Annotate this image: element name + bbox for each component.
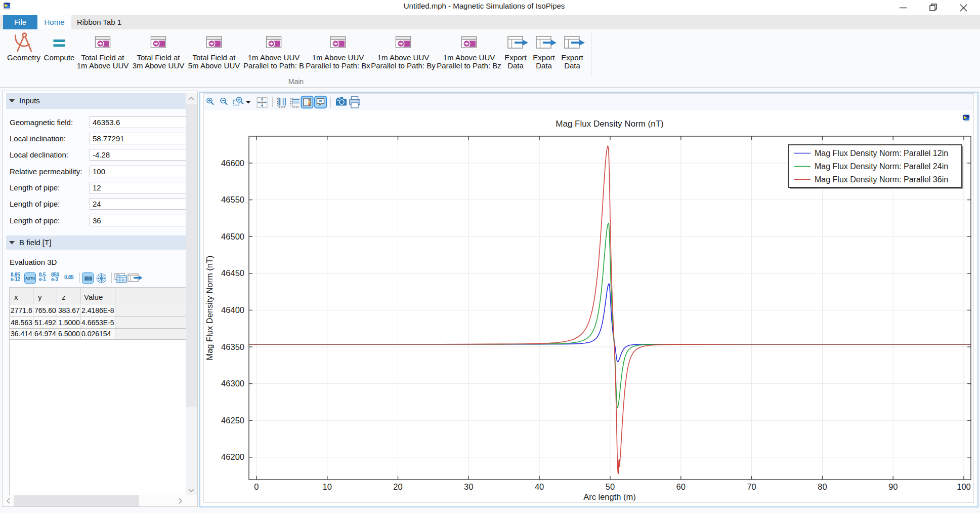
- svg-text:46200: 46200: [221, 452, 244, 461]
- svg-text:46450: 46450: [221, 268, 244, 278]
- svg-text:Mag Flux Density Norm (nT): Mag Flux Density Norm (nT): [205, 255, 214, 360]
- svg-text:46500: 46500: [221, 232, 244, 241]
- svg-text:10: 10: [323, 482, 332, 491]
- svg-text:46400: 46400: [221, 305, 244, 314]
- svg-text:46300: 46300: [221, 379, 244, 388]
- svg-text:46350: 46350: [221, 342, 244, 351]
- svg-text:90: 90: [888, 482, 898, 491]
- svg-text:30: 30: [464, 482, 473, 491]
- svg-text:46600: 46600: [221, 159, 244, 168]
- svg-text:Mag Flux Density Norm: Paralle: Mag Flux Density Norm: Parallel 12in: [815, 149, 948, 157]
- svg-text:20: 20: [393, 482, 402, 491]
- svg-text:Arc length (m): Arc length (m): [583, 492, 636, 501]
- svg-text:Mag Flux Density Norm: Paralle: Mag Flux Density Norm: Parallel 36in: [815, 175, 948, 184]
- svg-text:Mag Flux Density Norm: Paralle: Mag Flux Density Norm: Parallel 24in: [815, 162, 948, 171]
- svg-text:46550: 46550: [221, 195, 244, 204]
- svg-text:0: 0: [254, 482, 259, 491]
- svg-text:Mag Flux Density Norm (nT): Mag Flux Density Norm (nT): [556, 119, 663, 129]
- svg-text:60: 60: [676, 482, 686, 491]
- svg-text:46250: 46250: [221, 416, 244, 425]
- svg-text:80: 80: [818, 482, 827, 491]
- svg-text:50: 50: [606, 482, 615, 491]
- svg-text:40: 40: [535, 482, 544, 491]
- svg-text:100: 100: [957, 482, 971, 491]
- svg-text:70: 70: [747, 482, 756, 491]
